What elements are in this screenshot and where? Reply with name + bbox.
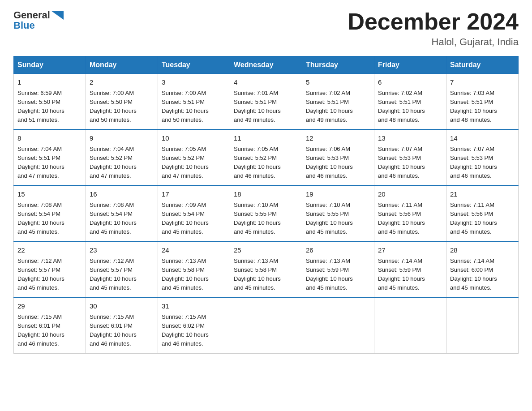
svg-marker-0 — [51, 11, 64, 20]
calendar-cell: 25Sunrise: 7:13 AMSunset: 5:58 PMDayligh… — [230, 241, 302, 297]
calendar-cell: 19Sunrise: 7:10 AMSunset: 5:55 PMDayligh… — [302, 185, 374, 241]
day-number: 1 — [17, 77, 82, 88]
calendar-cell: 29Sunrise: 7:15 AMSunset: 6:01 PMDayligh… — [14, 297, 86, 353]
calendar-week-row: 8Sunrise: 7:04 AMSunset: 5:51 PMDaylight… — [14, 129, 519, 185]
calendar-cell: 14Sunrise: 7:07 AMSunset: 5:53 PMDayligh… — [446, 129, 519, 185]
calendar-cell — [374, 297, 446, 353]
day-info: Sunrise: 7:03 AMSunset: 5:51 PMDaylight:… — [450, 90, 497, 123]
day-number: 26 — [306, 245, 370, 256]
calendar-table: SundayMondayTuesdayWednesdayThursdayFrid… — [13, 56, 519, 353]
day-info: Sunrise: 7:10 AMSunset: 5:55 PMDaylight:… — [234, 201, 281, 235]
day-info: Sunrise: 7:13 AMSunset: 5:59 PMDaylight:… — [306, 257, 353, 291]
calendar-cell: 15Sunrise: 7:08 AMSunset: 5:54 PMDayligh… — [14, 185, 86, 241]
col-header-saturday: Saturday — [446, 56, 519, 74]
day-number: 27 — [378, 245, 442, 256]
month-year-title: December 2024 — [348, 9, 519, 34]
day-number: 9 — [90, 133, 154, 144]
calendar-cell: 22Sunrise: 7:12 AMSunset: 5:57 PMDayligh… — [14, 241, 86, 297]
day-number: 24 — [162, 245, 226, 256]
day-number: 2 — [90, 77, 154, 88]
day-info: Sunrise: 7:15 AMSunset: 6:01 PMDaylight:… — [17, 313, 64, 347]
calendar-cell: 3Sunrise: 7:00 AMSunset: 5:51 PMDaylight… — [158, 74, 230, 130]
calendar-week-row: 15Sunrise: 7:08 AMSunset: 5:54 PMDayligh… — [14, 185, 519, 241]
calendar-cell: 26Sunrise: 7:13 AMSunset: 5:59 PMDayligh… — [302, 241, 374, 297]
day-info: Sunrise: 7:05 AMSunset: 5:52 PMDaylight:… — [234, 146, 281, 179]
calendar-week-row: 29Sunrise: 7:15 AMSunset: 6:01 PMDayligh… — [14, 297, 519, 353]
day-number: 31 — [162, 301, 226, 312]
day-number: 20 — [378, 189, 442, 200]
day-info: Sunrise: 7:01 AMSunset: 5:51 PMDaylight:… — [234, 90, 281, 123]
day-info: Sunrise: 7:08 AMSunset: 5:54 PMDaylight:… — [17, 201, 64, 235]
col-header-tuesday: Tuesday — [158, 56, 230, 74]
day-number: 17 — [162, 189, 226, 200]
day-info: Sunrise: 7:07 AMSunset: 5:53 PMDaylight:… — [450, 146, 497, 179]
day-number: 15 — [17, 189, 82, 200]
calendar-cell: 24Sunrise: 7:13 AMSunset: 5:58 PMDayligh… — [158, 241, 230, 297]
logo-blue: Blue — [13, 20, 35, 31]
day-number: 14 — [450, 133, 515, 144]
day-number: 23 — [90, 245, 154, 256]
day-info: Sunrise: 7:09 AMSunset: 5:54 PMDaylight:… — [162, 201, 209, 235]
calendar-header-row: SundayMondayTuesdayWednesdayThursdayFrid… — [14, 56, 519, 74]
calendar-cell: 16Sunrise: 7:08 AMSunset: 5:54 PMDayligh… — [86, 185, 158, 241]
calendar-cell: 21Sunrise: 7:11 AMSunset: 5:56 PMDayligh… — [446, 185, 519, 241]
calendar-week-row: 22Sunrise: 7:12 AMSunset: 5:57 PMDayligh… — [14, 241, 519, 297]
day-info: Sunrise: 7:13 AMSunset: 5:58 PMDaylight:… — [162, 257, 209, 291]
day-info: Sunrise: 7:02 AMSunset: 5:51 PMDaylight:… — [378, 90, 425, 123]
calendar-cell: 9Sunrise: 7:04 AMSunset: 5:52 PMDaylight… — [86, 129, 158, 185]
day-info: Sunrise: 7:04 AMSunset: 5:52 PMDaylight:… — [90, 146, 137, 179]
day-number: 3 — [162, 77, 226, 88]
day-info: Sunrise: 7:04 AMSunset: 5:51 PMDaylight:… — [17, 146, 64, 179]
day-info: Sunrise: 7:12 AMSunset: 5:57 PMDaylight:… — [90, 257, 137, 291]
calendar-cell: 6Sunrise: 7:02 AMSunset: 5:51 PMDaylight… — [374, 74, 446, 130]
day-number: 22 — [17, 245, 82, 256]
day-number: 19 — [306, 189, 370, 200]
day-number: 13 — [378, 133, 442, 144]
day-info: Sunrise: 6:59 AMSunset: 5:50 PMDaylight:… — [17, 90, 64, 123]
day-number: 29 — [17, 301, 82, 312]
day-number: 28 — [450, 245, 515, 256]
day-number: 5 — [306, 77, 370, 88]
col-header-friday: Friday — [374, 56, 446, 74]
day-number: 25 — [234, 245, 298, 256]
calendar-cell: 30Sunrise: 7:15 AMSunset: 6:01 PMDayligh… — [86, 297, 158, 353]
title-area: December 2024 Halol, Gujarat, India — [348, 9, 519, 48]
calendar-cell: 27Sunrise: 7:14 AMSunset: 5:59 PMDayligh… — [374, 241, 446, 297]
day-number: 10 — [162, 133, 226, 144]
day-number: 7 — [450, 77, 515, 88]
day-number: 16 — [90, 189, 154, 200]
calendar-cell — [230, 297, 302, 353]
day-info: Sunrise: 7:14 AMSunset: 6:00 PMDaylight:… — [450, 257, 497, 291]
day-number: 4 — [234, 77, 298, 88]
calendar-cell — [302, 297, 374, 353]
calendar-cell: 4Sunrise: 7:01 AMSunset: 5:51 PMDaylight… — [230, 74, 302, 130]
day-number: 12 — [306, 133, 370, 144]
calendar-cell: 11Sunrise: 7:05 AMSunset: 5:52 PMDayligh… — [230, 129, 302, 185]
calendar-week-row: 1Sunrise: 6:59 AMSunset: 5:50 PMDaylight… — [14, 74, 519, 130]
day-number: 21 — [450, 189, 515, 200]
day-info: Sunrise: 7:12 AMSunset: 5:57 PMDaylight:… — [17, 257, 64, 291]
day-info: Sunrise: 7:13 AMSunset: 5:58 PMDaylight:… — [234, 257, 281, 291]
calendar-cell: 20Sunrise: 7:11 AMSunset: 5:56 PMDayligh… — [374, 185, 446, 241]
location-subtitle: Halol, Gujarat, India — [348, 36, 519, 48]
calendar-cell: 8Sunrise: 7:04 AMSunset: 5:51 PMDaylight… — [14, 129, 86, 185]
calendar-cell: 31Sunrise: 7:15 AMSunset: 6:02 PMDayligh… — [158, 297, 230, 353]
calendar-cell: 28Sunrise: 7:14 AMSunset: 6:00 PMDayligh… — [446, 241, 519, 297]
day-number: 30 — [90, 301, 154, 312]
logo: General Blue — [13, 9, 64, 31]
day-info: Sunrise: 7:07 AMSunset: 5:53 PMDaylight:… — [378, 146, 425, 179]
calendar-cell: 5Sunrise: 7:02 AMSunset: 5:51 PMDaylight… — [302, 74, 374, 130]
day-info: Sunrise: 7:14 AMSunset: 5:59 PMDaylight:… — [378, 257, 425, 291]
calendar-cell: 2Sunrise: 7:00 AMSunset: 5:50 PMDaylight… — [86, 74, 158, 130]
calendar-cell — [446, 297, 519, 353]
col-header-monday: Monday — [86, 56, 158, 74]
calendar-cell: 23Sunrise: 7:12 AMSunset: 5:57 PMDayligh… — [86, 241, 158, 297]
day-info: Sunrise: 7:00 AMSunset: 5:50 PMDaylight:… — [90, 90, 137, 123]
day-info: Sunrise: 7:00 AMSunset: 5:51 PMDaylight:… — [162, 90, 209, 123]
calendar-cell: 1Sunrise: 6:59 AMSunset: 5:50 PMDaylight… — [14, 74, 86, 130]
day-info: Sunrise: 7:06 AMSunset: 5:53 PMDaylight:… — [306, 146, 353, 179]
day-info: Sunrise: 7:15 AMSunset: 6:01 PMDaylight:… — [90, 313, 137, 347]
calendar-cell: 12Sunrise: 7:06 AMSunset: 5:53 PMDayligh… — [302, 129, 374, 185]
col-header-sunday: Sunday — [14, 56, 86, 74]
day-number: 8 — [17, 133, 82, 144]
